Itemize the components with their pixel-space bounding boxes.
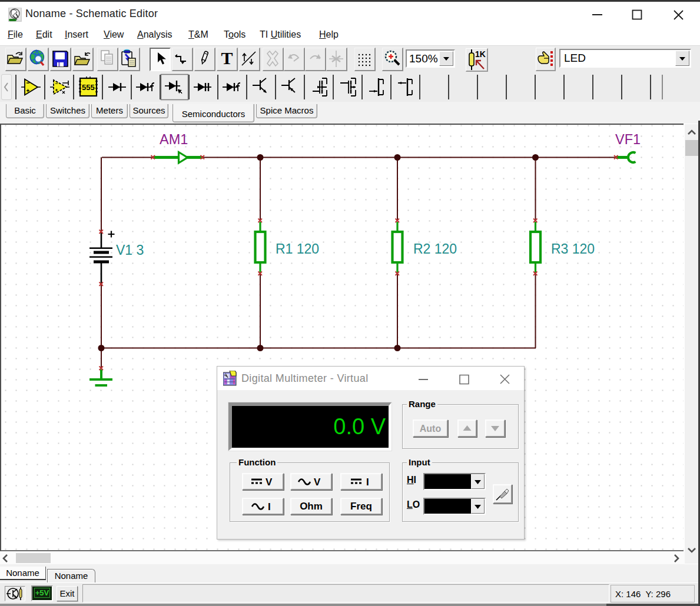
svg-text:V1 3: V1 3	[116, 242, 144, 258]
svg-text:AM1: AM1	[160, 132, 188, 147]
svg-text:R1 120: R1 120	[276, 241, 319, 257]
svg-text:I: I	[268, 501, 271, 512]
svg-text:VF1: VF1	[615, 132, 641, 147]
svg-text:R3 120: R3 120	[551, 241, 595, 257]
svg-text:R2 120: R2 120	[413, 241, 457, 257]
svg-text:V: V	[266, 477, 273, 488]
svg-text:V: V	[314, 477, 321, 488]
svg-text:I: I	[366, 477, 369, 488]
